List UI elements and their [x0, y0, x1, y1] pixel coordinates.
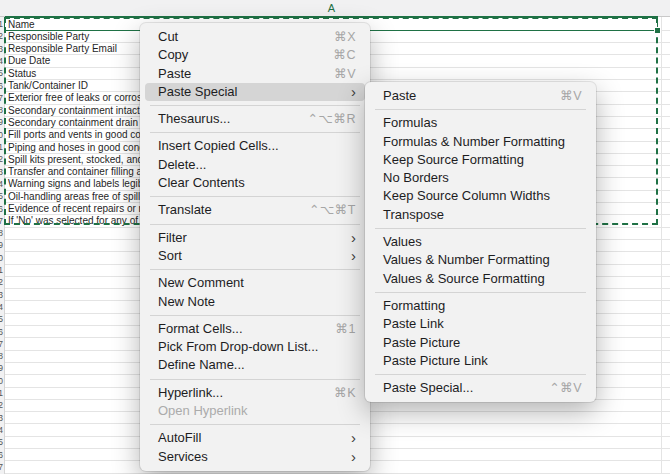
row-header-32[interactable]: 32: [0, 400, 3, 410]
menu-item-shortcut: ⌘V: [560, 87, 582, 105]
row-header-21[interactable]: 21: [0, 265, 3, 275]
row-header-31[interactable]: 31: [0, 388, 3, 398]
row-header-26[interactable]: 26: [0, 327, 3, 337]
context-menu-item-sort[interactable]: Sort›: [145, 247, 365, 265]
context-menu-separator: [150, 132, 360, 133]
row-header-23[interactable]: 23: [0, 290, 3, 300]
context-menu-item-new-note[interactable]: New Note: [145, 293, 365, 311]
row-header-12[interactable]: 12: [0, 154, 3, 164]
fill-handle[interactable]: [654, 27, 661, 34]
menu-item-label: Values & Source Formatting: [383, 270, 545, 288]
row-header-18[interactable]: 18: [0, 228, 3, 238]
context-menu-item-hyperlink[interactable]: Hyperlink...⌘K: [145, 384, 365, 402]
menu-item-label: Cut: [158, 28, 178, 46]
row-header-28[interactable]: 28: [0, 351, 3, 361]
row-header-19[interactable]: 19: [0, 240, 3, 250]
menu-item-shortcut: ⌃⌥⌘T: [309, 201, 356, 219]
context-menu-item-delete[interactable]: Delete...: [145, 156, 365, 174]
context-menu-item-services[interactable]: Services›: [145, 448, 365, 466]
row-header-33[interactable]: 33: [0, 413, 3, 423]
row-header-29[interactable]: 29: [0, 363, 3, 373]
chevron-right-icon: ›: [351, 448, 356, 466]
row-header-9[interactable]: 9: [0, 117, 3, 127]
paste-special-item-values[interactable]: Values: [370, 233, 591, 251]
row-header-24[interactable]: 24: [0, 302, 3, 312]
paste-special-item-values-number-formatting[interactable]: Values & Number Formatting: [370, 251, 591, 269]
paste-special-item-paste-link[interactable]: Paste Link: [370, 315, 591, 333]
row-header-1[interactable]: 1: [0, 19, 3, 29]
context-menu-separator: [150, 269, 360, 270]
context-menu-item-clear-contents[interactable]: Clear Contents: [145, 174, 365, 192]
row-header-7[interactable]: 7: [0, 93, 3, 103]
row-header-36[interactable]: 36: [0, 450, 3, 460]
chevron-right-icon: ›: [351, 429, 356, 447]
row-header-17[interactable]: 17: [0, 216, 3, 226]
paste-special-item-paste-picture[interactable]: Paste Picture: [370, 334, 591, 352]
row-header-35[interactable]: 35: [0, 437, 3, 447]
row-header-15[interactable]: 15: [0, 191, 3, 201]
row-header-4[interactable]: 4: [0, 56, 3, 66]
menu-item-label: Paste Picture Link: [383, 352, 488, 370]
paste-special-item-formulas-number-formatting[interactable]: Formulas & Number Formatting: [370, 133, 591, 151]
menu-item-label: Paste Link: [383, 315, 444, 333]
context-menu-item-insert-copied-cells[interactable]: Insert Copied Cells...: [145, 137, 365, 155]
context-menu-item-copy[interactable]: Copy⌘C: [145, 46, 365, 64]
context-menu-item-define-name[interactable]: Define Name...: [145, 356, 365, 374]
paste-special-item-values-source-formatting[interactable]: Values & Source Formatting: [370, 270, 591, 288]
chevron-right-icon: ›: [351, 229, 356, 247]
row-header-37[interactable]: 37: [0, 462, 3, 472]
paste-special-item-transpose[interactable]: Transpose: [370, 206, 591, 224]
context-menu-separator: [150, 224, 360, 225]
row-header-3[interactable]: 3: [0, 44, 3, 54]
context-menu-item-format-cells[interactable]: Format Cells...⌘1: [145, 320, 365, 338]
context-menu-item-thesaurus[interactable]: Thesaurus...⌃⌥⌘R: [145, 110, 365, 128]
context-menu-item-translate[interactable]: Translate⌃⌥⌘T: [145, 201, 365, 219]
row-header-8[interactable]: 8: [0, 105, 3, 115]
paste-special-item-paste-special[interactable]: Paste Special...⌃⌘V: [370, 379, 591, 397]
menu-item-label: Values: [383, 233, 422, 251]
row-header-16[interactable]: 16: [0, 204, 3, 214]
menu-item-label: Delete...: [158, 156, 206, 174]
row-header-11[interactable]: 11: [0, 142, 3, 152]
paste-special-item-keep-source-column-widths[interactable]: Keep Source Column Widths: [370, 187, 591, 205]
menu-item-label: Paste Special...: [383, 379, 473, 397]
context-menu-item-open-hyperlink: Open Hyperlink: [145, 402, 365, 420]
context-menu-item-autofill[interactable]: AutoFill›: [145, 429, 365, 447]
row-header-27[interactable]: 27: [0, 339, 3, 349]
paste-special-item-formulas[interactable]: Formulas: [370, 114, 591, 132]
row-header-2[interactable]: 2: [0, 31, 3, 41]
row-header-13[interactable]: 13: [0, 167, 3, 177]
column-header-bar: A: [0, 0, 670, 17]
menu-item-label: Filter: [158, 229, 187, 247]
paste-special-item-formatting[interactable]: Formatting: [370, 297, 591, 315]
paste-special-item-paste[interactable]: Paste⌘V: [370, 87, 591, 105]
menu-item-shortcut: ⌃⌥⌘R: [308, 110, 356, 128]
menu-item-label: New Comment: [158, 274, 244, 292]
paste-special-item-paste-picture-link[interactable]: Paste Picture Link: [370, 352, 591, 370]
row-header-25[interactable]: 25: [0, 314, 3, 324]
row-header-10[interactable]: 10: [0, 130, 3, 140]
menu-item-label: Values & Number Formatting: [383, 251, 550, 269]
row-header-5[interactable]: 5: [0, 68, 3, 78]
context-menu-item-paste-special[interactable]: Paste Special›: [145, 83, 365, 101]
paste-special-submenu: Paste⌘VFormulasFormulas & Number Formatt…: [365, 82, 596, 402]
row-header-14[interactable]: 14: [0, 179, 3, 189]
row-header-30[interactable]: 30: [0, 376, 3, 386]
context-menu-item-new-comment[interactable]: New Comment: [145, 274, 365, 292]
menu-item-shortcut: ⌘K: [334, 384, 356, 402]
row-header-20[interactable]: 20: [0, 253, 3, 263]
row-header-34[interactable]: 34: [0, 425, 3, 435]
menu-item-label: Paste Special: [158, 83, 238, 101]
menu-item-label: Open Hyperlink: [158, 402, 248, 420]
row-header-6[interactable]: 6: [0, 81, 3, 91]
row-header-22[interactable]: 22: [0, 277, 3, 287]
context-menu-item-pick-from-drop-down-list[interactable]: Pick From Drop-down List...: [145, 338, 365, 356]
paste-special-separator: [375, 228, 586, 229]
column-header-a[interactable]: A: [5, 2, 658, 14]
paste-special-item-no-borders[interactable]: No Borders: [370, 169, 591, 187]
context-menu-item-paste[interactable]: Paste⌘V: [145, 65, 365, 83]
context-menu: Cut⌘XCopy⌘CPaste⌘VPaste Special›Thesauru…: [140, 23, 370, 471]
paste-special-item-keep-source-formatting[interactable]: Keep Source Formatting: [370, 151, 591, 169]
context-menu-item-filter[interactable]: Filter›: [145, 229, 365, 247]
context-menu-item-cut[interactable]: Cut⌘X: [145, 28, 365, 46]
